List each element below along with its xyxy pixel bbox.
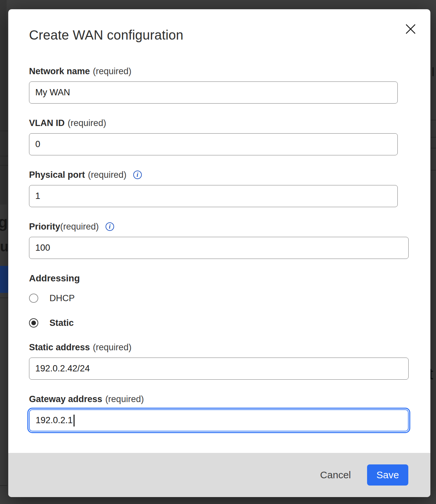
radio-button-icon[interactable]: [29, 294, 38, 303]
background-row-divider: [0, 156, 8, 156]
background-row-divider: [431, 137, 436, 138]
physical-port-input[interactable]: [29, 185, 398, 207]
field-label-text: Network name: [29, 66, 90, 77]
radio-option-label: DHCP: [49, 293, 75, 303]
background-text-fragment: g: [0, 213, 8, 231]
background-row-divider: [431, 170, 436, 171]
info-icon[interactable]: i: [133, 171, 142, 179]
radio-option-dhcp[interactable]: DHCP: [29, 293, 430, 303]
page: g u : l t Create WAN configuration Netwo…: [0, 0, 436, 504]
physical-port-label: Physical port (required) i: [29, 169, 430, 180]
field-label-text: Priority: [29, 221, 60, 232]
radio-option-static[interactable]: Static: [29, 318, 430, 328]
gateway-address-input[interactable]: 192.0.2.1: [29, 409, 409, 431]
background-row-divider: [0, 165, 8, 166]
field-label-text: Physical port: [29, 169, 85, 180]
required-hint: (required): [93, 66, 132, 77]
create-wan-dialog: Create WAN configuration Network name (r…: [8, 9, 430, 497]
radio-option-label: Static: [49, 318, 74, 328]
save-button[interactable]: Save: [367, 464, 408, 486]
vlan-id-label: VLAN ID (required): [29, 117, 430, 129]
priority-input[interactable]: [29, 237, 409, 259]
network-name-input[interactable]: [29, 81, 398, 104]
background-blue-button-fragment: [0, 266, 9, 293]
required-hint: (required): [93, 342, 132, 353]
field-label-text: VLAN ID: [29, 117, 65, 129]
dialog-body: Create WAN configuration Network name (r…: [8, 9, 430, 453]
network-name-label: Network name (required): [29, 66, 430, 77]
required-hint: (required): [105, 394, 144, 405]
background-row-divider: [0, 131, 8, 131]
background-row-divider: [431, 148, 436, 148]
gateway-address-label: Gateway address (required): [29, 394, 430, 405]
radio-button-icon[interactable]: [29, 318, 38, 328]
gateway-address-value: 192.0.2.1: [36, 415, 73, 425]
background-text-fragment: u: [0, 239, 9, 255]
priority-label: Priority (required) i: [29, 221, 430, 232]
field-label-text: Gateway address: [29, 394, 102, 405]
cancel-button[interactable]: Cancel: [320, 469, 351, 481]
background-row-divider: [0, 485, 7, 486]
dialog-footer: Cancel Save: [8, 453, 430, 497]
dialog-title: Create WAN configuration: [29, 28, 430, 43]
info-icon[interactable]: i: [106, 222, 114, 231]
background-sidebar-edge: [0, 0, 7, 205]
required-hint: (required): [68, 117, 106, 129]
background-row-divider: [0, 298, 9, 298]
required-hint: (required): [60, 221, 99, 232]
vlan-id-input[interactable]: [29, 133, 398, 155]
static-address-label: Static address (required): [29, 342, 430, 353]
text-cursor: [74, 415, 75, 426]
field-label-text: Static address: [29, 342, 90, 353]
addressing-heading: Addressing: [29, 273, 430, 284]
required-hint: (required): [88, 169, 127, 180]
background-row-divider: [431, 120, 436, 120]
static-address-input[interactable]: [29, 358, 409, 380]
